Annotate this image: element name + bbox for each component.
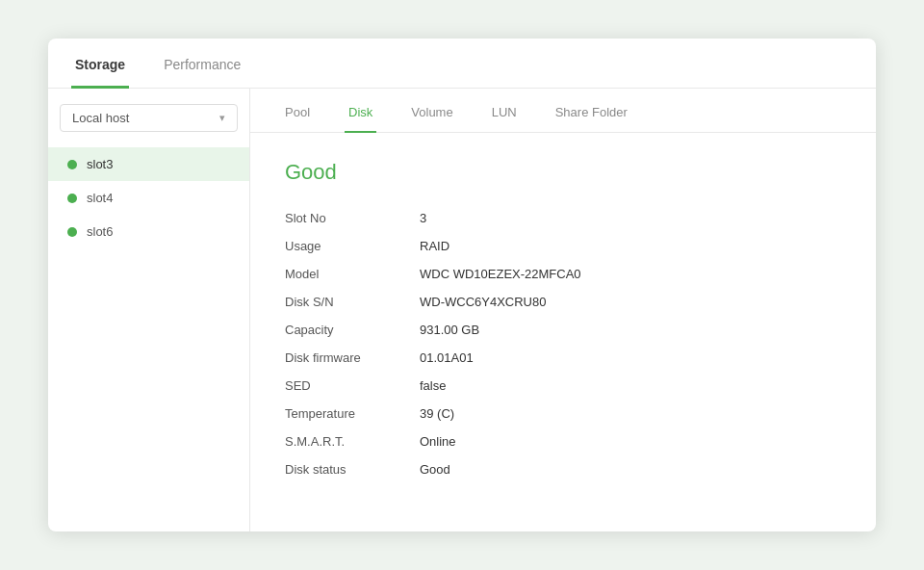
host-selector[interactable]: Local host ▾ xyxy=(60,104,238,132)
status-dot-slot3 xyxy=(67,160,77,169)
field-value-slot-no: 3 xyxy=(420,204,841,232)
main-content: Pool Disk Volume LUN Share Folder Good S… xyxy=(250,89,876,531)
sidebar-item-slot6[interactable]: slot6 xyxy=(48,215,249,248)
field-value-sed: false xyxy=(420,372,841,400)
top-nav-performance[interactable]: Performance xyxy=(160,39,244,89)
tab-pool[interactable]: Pool xyxy=(281,90,314,133)
tab-volume[interactable]: Volume xyxy=(407,90,456,133)
slot3-label: slot3 xyxy=(87,157,113,171)
field-label-firmware: Disk firmware xyxy=(285,344,420,372)
field-label-sed: SED xyxy=(285,372,420,400)
field-label-usage: Usage xyxy=(285,232,420,260)
field-value-disk-sn: WD-WCC6Y4XCRU80 xyxy=(420,288,841,316)
slot4-label: slot4 xyxy=(87,191,113,205)
field-label-slot-no: Slot No xyxy=(285,204,420,232)
field-value-disk-status: Good xyxy=(420,455,841,483)
top-nav-storage[interactable]: Storage xyxy=(71,39,129,89)
field-value-temperature: 39 (C) xyxy=(420,400,841,428)
status-dot-slot6 xyxy=(67,227,77,237)
main-window: Storage Performance Local host ▾ slot3 s… xyxy=(48,39,876,531)
field-value-firmware: 01.01A01 xyxy=(420,344,841,372)
slot6-label: slot6 xyxy=(87,224,113,239)
host-selector-value: Local host xyxy=(72,111,129,125)
sub-nav: Pool Disk Volume LUN Share Folder xyxy=(250,89,876,133)
chevron-down-icon: ▾ xyxy=(219,112,225,124)
field-label-disk-sn: Disk S/N xyxy=(285,288,420,316)
detail-panel: Good Slot No 3 Usage RAID Model WDC WD10… xyxy=(250,133,876,510)
status-dot-slot4 xyxy=(67,194,77,203)
sidebar-item-slot4[interactable]: slot4 xyxy=(48,181,249,215)
tab-disk[interactable]: Disk xyxy=(345,90,376,133)
field-label-smart: S.M.A.R.T. xyxy=(285,428,420,455)
content-area: Local host ▾ slot3 slot4 slot6 Pool xyxy=(48,89,876,531)
sidebar: Local host ▾ slot3 slot4 slot6 xyxy=(48,89,250,531)
tab-share-folder[interactable]: Share Folder xyxy=(552,90,631,133)
field-label-temperature: Temperature xyxy=(285,400,420,428)
field-label-model: Model xyxy=(285,260,420,288)
top-nav: Storage Performance xyxy=(48,39,876,89)
field-value-smart: Online xyxy=(420,428,841,455)
info-table: Slot No 3 Usage RAID Model WDC WD10EZEX-… xyxy=(285,204,841,483)
disk-status-heading: Good xyxy=(285,160,841,185)
tab-lun[interactable]: LUN xyxy=(488,90,521,133)
field-label-capacity: Capacity xyxy=(285,316,420,344)
field-label-disk-status: Disk status xyxy=(285,455,420,483)
sidebar-item-slot3[interactable]: slot3 xyxy=(48,147,249,181)
field-value-usage: RAID xyxy=(420,232,841,260)
field-value-model: WDC WD10EZEX-22MFCA0 xyxy=(420,260,841,288)
field-value-capacity: 931.00 GB xyxy=(420,316,841,344)
